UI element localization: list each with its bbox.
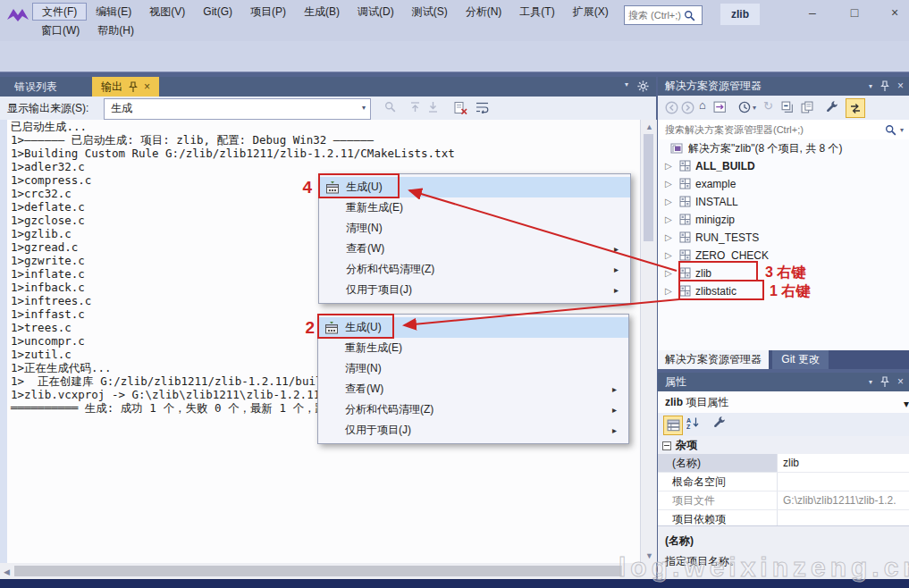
sync-with-active-document-toggle[interactable]: [846, 98, 865, 118]
menu-item-1[interactable]: 生成(U): [318, 317, 628, 338]
word-wrap-icon[interactable]: [476, 101, 490, 113]
menubar-item-5[interactable]: 项目(P): [241, 3, 295, 21]
tree-row-install[interactable]: ▷INSTALL: [658, 193, 909, 211]
output-horizontal-scrollbar[interactable]: ◀: [0, 563, 656, 579]
scroll-down-icon[interactable]: ▼: [645, 551, 653, 560]
titlebar-search-box[interactable]: [624, 5, 703, 25]
expander-icon[interactable]: ▷: [665, 193, 672, 211]
menubar-item-4[interactable]: Git(G): [194, 3, 241, 21]
solution-explorer-search-box[interactable]: ▾: [658, 120, 909, 140]
menu-item-5[interactable]: 分析和代码清理(Z)▸: [318, 399, 628, 420]
close-icon[interactable]: ×: [897, 373, 904, 391]
menu-item-label: 仅用于项目(J): [345, 420, 612, 441]
switch-views-icon[interactable]: [713, 101, 727, 113]
property-category[interactable]: 杂项: [658, 436, 909, 454]
menu-item-6[interactable]: 仅用于项目(J)▸: [319, 280, 630, 300]
menubar-item-row2-1[interactable]: 窗口(W): [32, 21, 88, 39]
property-row[interactable]: (名称)zlib: [658, 454, 909, 473]
pin-icon[interactable]: [880, 376, 889, 388]
tree-row-zlibstatic[interactable]: ▷zlibstatic: [658, 282, 909, 300]
close-icon[interactable]: ×: [144, 77, 150, 97]
tree-row-run_tests[interactable]: ▷RUN_TESTS: [658, 229, 909, 247]
menu-item-1[interactable]: 生成(U): [319, 177, 630, 197]
menubar-item-9[interactable]: 分析(N): [457, 3, 511, 21]
window-position-chevron-icon[interactable]: ▾: [869, 373, 872, 391]
window-position-chevron-icon[interactable]: ▾: [869, 77, 872, 96]
output-vertical-scrollbar[interactable]: ▲ ▼: [640, 120, 657, 563]
menubar-item-row2-2[interactable]: 帮助(H): [88, 21, 143, 39]
project-icon: [679, 196, 691, 207]
menu-item-4[interactable]: 查看(W)▸: [318, 379, 628, 399]
tree-row-zero_check[interactable]: ▷ZERO_CHECK: [658, 247, 909, 265]
show-all-files-icon[interactable]: [801, 101, 813, 113]
home-icon[interactable]: ⌂: [699, 98, 706, 112]
tab-git-changes[interactable]: Git 更改: [772, 350, 829, 369]
property-value[interactable]: zlib: [778, 454, 909, 472]
menubar-item-8[interactable]: 测试(S): [403, 3, 457, 21]
property-pages-wrench-icon[interactable]: [713, 416, 726, 429]
property-row[interactable]: 项目文件G:\zlib\zlib1211\zlib-1.2.: [658, 491, 909, 510]
collapse-all-icon[interactable]: [781, 101, 794, 113]
pin-icon[interactable]: [880, 80, 889, 92]
property-value[interactable]: [778, 473, 909, 491]
expander-icon[interactable]: ▷: [665, 265, 672, 282]
menubar-item-1[interactable]: 文件(F): [32, 3, 87, 21]
scrollbar-thumb[interactable]: [644, 134, 653, 241]
titlebar-search-input[interactable]: [625, 10, 684, 21]
tree-row-minigzip[interactable]: ▷minigzip: [658, 211, 909, 229]
scrollbar-thumb[interactable]: [14, 566, 622, 576]
scroll-up-icon[interactable]: ▲: [645, 122, 653, 131]
chevron-down-icon: ▾: [900, 126, 904, 134]
gear-icon[interactable]: [637, 80, 649, 92]
clear-all-icon[interactable]: [454, 101, 467, 114]
menubar-item-2[interactable]: 编辑(E): [87, 3, 140, 21]
tree-row-zlib[interactable]: ▷zlib: [658, 265, 909, 282]
expander-icon[interactable]: ▷: [665, 211, 672, 229]
tree-row-all_build[interactable]: ▷ALL_BUILD: [658, 157, 909, 175]
menu-item-3[interactable]: 清理(N): [319, 218, 630, 239]
menu-item-2[interactable]: 重新生成(E): [318, 338, 628, 358]
properties-wrench-icon[interactable]: [826, 101, 838, 113]
property-row[interactable]: 根命名空间: [658, 473, 909, 491]
chevron-down-icon[interactable]: ▾: [753, 104, 756, 112]
close-icon[interactable]: ×: [897, 77, 904, 96]
window-position-chevron-icon[interactable]: ▾: [625, 80, 628, 92]
close-button[interactable]: ×: [880, 2, 909, 23]
tab-solution-explorer[interactable]: 解决方案资源管理器: [658, 350, 769, 369]
tab-output[interactable]: 输出 ×: [92, 77, 159, 97]
menubar-item-3[interactable]: 视图(V): [140, 3, 194, 21]
properties-object-selector[interactable]: zlib 项目属性 ▾: [658, 391, 909, 414]
menubar-item-10[interactable]: 工具(T): [510, 3, 563, 21]
output-source-select[interactable]: 生成 ▾: [104, 98, 371, 120]
sort-alphabetical-icon[interactable]: AZ: [686, 416, 700, 429]
menubar-item-11[interactable]: 扩展(X): [564, 3, 618, 21]
menubar-item-6[interactable]: 生成(B): [295, 3, 349, 21]
project-label: RUN_TESTS: [695, 229, 759, 247]
property-value[interactable]: G:\zlib\zlib1211\zlib-1.2.: [778, 491, 909, 509]
expander-icon[interactable]: ▷: [665, 282, 672, 300]
pending-changes-filter-icon[interactable]: [738, 101, 751, 113]
tab-error-list[interactable]: 错误列表: [0, 77, 72, 97]
property-label: 项目文件: [658, 491, 778, 509]
tree-row-solution[interactable]: 解决方案"zlib"(8 个项目, 共 8 个): [658, 139, 909, 157]
pin-icon[interactable]: [129, 81, 138, 93]
tree-row-example[interactable]: ▷example: [658, 175, 909, 193]
menu-item-5[interactable]: 分析和代码清理(Z)▸: [319, 259, 630, 280]
maximize-button[interactable]: □: [840, 2, 869, 23]
expander-icon[interactable]: ▷: [665, 229, 672, 247]
collapse-category-icon[interactable]: [662, 441, 671, 450]
expander-icon[interactable]: ▷: [665, 247, 672, 265]
minimize-button[interactable]: –: [798, 2, 827, 23]
menubar-item-7[interactable]: 调试(D): [349, 3, 403, 21]
menu-item-3[interactable]: 清理(N): [318, 358, 628, 379]
menu-item-6[interactable]: 仅用于项目(J)▸: [318, 420, 628, 441]
expander-icon[interactable]: ▷: [665, 157, 672, 175]
menu-item-2[interactable]: 重新生成(E): [319, 197, 630, 218]
categorized-view-toggle[interactable]: [663, 416, 683, 435]
categorized-icon: [667, 419, 680, 432]
scroll-left-icon[interactable]: ◀: [4, 567, 10, 576]
project-icon: [679, 160, 691, 172]
solution-explorer-search-input[interactable]: [658, 123, 885, 136]
expander-icon[interactable]: ▷: [665, 175, 672, 193]
menu-item-4[interactable]: 查看(W)▸: [319, 239, 630, 259]
